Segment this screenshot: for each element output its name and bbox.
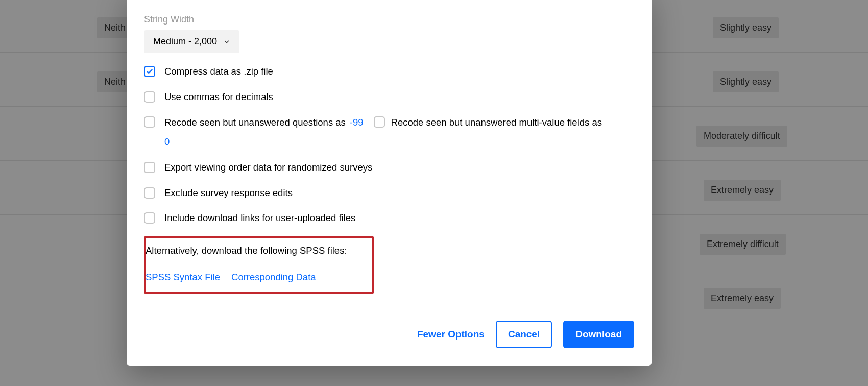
spss-alt-text: Alternatively, download the following SP… <box>146 245 368 256</box>
label-commas: Use commas for decimals <box>164 90 273 104</box>
option-recode: Recode seen but unanswered questions as … <box>144 115 634 149</box>
modal-footer: Fewer Options Cancel Download <box>127 308 652 366</box>
spss-highlight-box: Alternatively, download the following SP… <box>144 236 374 294</box>
cancel-button[interactable]: Cancel <box>496 321 552 348</box>
option-export-order: Export viewing order data for randomized… <box>144 160 634 175</box>
recode-value-b[interactable]: 0 <box>164 136 170 147</box>
checkbox-compress[interactable] <box>144 66 155 77</box>
string-width-value: Medium - 2,000 <box>153 36 217 47</box>
string-width-select[interactable]: Medium - 2,000 <box>144 30 239 53</box>
checkbox-commas[interactable] <box>144 91 155 103</box>
checkbox-exclude-edits[interactable] <box>144 187 155 199</box>
option-exclude-edits: Exclude survey response edits <box>144 186 634 200</box>
download-modal: String Width Medium - 2,000 Compress dat… <box>127 0 652 366</box>
label-recode-b: Recode seen but unanswered multi-value f… <box>391 115 602 130</box>
label-exclude-edits: Exclude survey response edits <box>164 186 293 200</box>
option-compress: Compress data as .zip file <box>144 64 634 79</box>
link-spss-syntax[interactable]: SPSS Syntax File <box>146 272 220 283</box>
link-corresponding-data[interactable]: Corresponding Data <box>231 272 316 283</box>
label-export-order: Export viewing order data for randomized… <box>164 160 372 175</box>
checkbox-include-links[interactable] <box>144 212 155 224</box>
option-commas: Use commas for decimals <box>144 90 634 104</box>
recode-value-a[interactable]: -99 <box>350 115 364 130</box>
label-recode-a: Recode seen but unanswered questions as <box>164 115 346 130</box>
label-include-links: Include download links for user-uploaded… <box>164 211 355 225</box>
option-include-links: Include download links for user-uploaded… <box>144 211 634 225</box>
string-width-label: String Width <box>144 14 634 25</box>
checkbox-export-order[interactable] <box>144 162 155 173</box>
fewer-options-button[interactable]: Fewer Options <box>417 329 485 340</box>
checkbox-recode-multivalue[interactable] <box>374 116 385 128</box>
download-button[interactable]: Download <box>563 321 634 348</box>
checkbox-recode-unanswered[interactable] <box>144 116 155 128</box>
label-compress: Compress data as .zip file <box>164 64 273 79</box>
chevron-down-icon <box>223 38 230 45</box>
